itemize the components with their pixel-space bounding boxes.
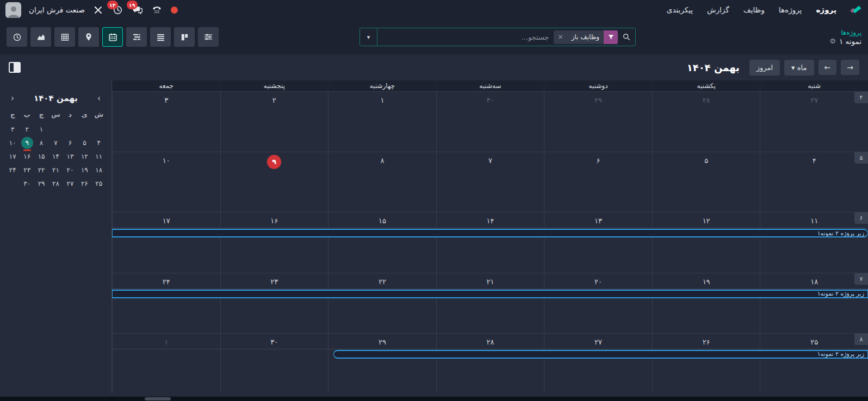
voip-phone-icon[interactable] [151, 4, 163, 15]
mini-next-chevron-icon[interactable]: › [95, 93, 103, 103]
kanban-view-button[interactable] [174, 27, 195, 47]
day-cell[interactable]: ۶ [544, 152, 652, 212]
day-cell[interactable]: ۲۵ [760, 334, 868, 393]
messages-icon[interactable]: ۱۹ [132, 4, 144, 15]
event-bar[interactable]: زیر پروژه ۲ نمونه۱ [112, 290, 868, 298]
day-cell[interactable]: ۳ [112, 92, 220, 152]
mini-day[interactable]: ۱۴ [48, 151, 63, 162]
day-cell[interactable]: ۳۰ [220, 334, 328, 393]
mini-day[interactable]: ۱۵ [34, 151, 48, 162]
facet-remove-icon[interactable]: × [554, 30, 567, 44]
view-settings-button[interactable] [198, 27, 219, 47]
day-cell[interactable]: ۳۰ [436, 92, 544, 152]
day-cell[interactable]: ۱ [112, 334, 220, 393]
sidebar-toggle-icon[interactable] [9, 62, 21, 73]
today-button[interactable]: امروز [749, 60, 780, 76]
day-cell[interactable]: ۲۶ [652, 334, 760, 393]
mini-day[interactable]: ۶ [63, 137, 77, 149]
mini-day[interactable]: ۲۳ [20, 164, 34, 176]
mini-day[interactable]: ۸ [34, 137, 48, 149]
nav-item-2[interactable]: وظایف [737, 3, 771, 16]
activity-view-button[interactable] [7, 27, 27, 47]
day-cell[interactable]: ۱۸ [760, 273, 868, 333]
mini-day[interactable]: ۱۰ [5, 137, 20, 149]
recording-indicator-icon[interactable] [171, 7, 178, 14]
mini-prev-chevron-icon[interactable]: ‹ [9, 93, 16, 103]
mini-day[interactable]: ۲۶ [77, 178, 91, 190]
mini-day[interactable]: ۷ [48, 137, 63, 149]
map-view-button[interactable] [78, 27, 99, 47]
day-cell[interactable]: ۲۱ [436, 273, 544, 333]
day-cell[interactable]: ۱۳ [544, 212, 652, 272]
mini-day[interactable]: ۱۲ [77, 151, 91, 162]
day-cell[interactable]: ۲۴ [112, 273, 220, 333]
day-cell[interactable]: ۲۸ [652, 92, 760, 152]
mini-day[interactable]: ۳۰ [20, 178, 34, 190]
mini-day[interactable]: ۱ [34, 123, 48, 135]
day-cell[interactable]: ۱۴ [436, 212, 544, 272]
event-bar[interactable]: زیر پروژه ۲ نمونه۱ [112, 229, 868, 237]
mini-day[interactable]: ۱۳ [63, 151, 77, 162]
day-cell[interactable]: ۵ [652, 152, 760, 212]
day-cell[interactable]: ۲۸ [436, 334, 544, 393]
mini-day[interactable]: ۲۴ [5, 164, 20, 176]
mini-day[interactable]: ۲ [20, 123, 34, 135]
mini-day[interactable]: ۲۵ [92, 178, 106, 190]
mini-day[interactable]: ۲۲ [34, 164, 48, 176]
nav-item-1[interactable]: پروژه‌ها [772, 3, 809, 16]
day-cell[interactable]: ۱ [328, 92, 436, 152]
prev-month-button[interactable]: ← [819, 60, 837, 75]
app-logo-icon[interactable] [848, 4, 863, 16]
gantt-view-button[interactable] [126, 27, 147, 47]
nav-item-0[interactable]: پروژه [809, 3, 843, 16]
day-cell[interactable]: ۴ [760, 152, 868, 212]
day-cell[interactable]: ۲ [220, 92, 328, 152]
day-cell[interactable]: ۱۰ [112, 152, 220, 212]
pivot-view-button[interactable] [54, 27, 75, 47]
day-cell[interactable]: ۲۷ [544, 334, 652, 393]
search-input[interactable] [382, 33, 549, 41]
nav-item-3[interactable]: گزارش [700, 3, 736, 16]
mini-day[interactable]: ۲۷ [63, 178, 77, 190]
nav-item-4[interactable]: پیکربندی [660, 3, 699, 16]
day-cell[interactable]: ۹ [220, 152, 328, 212]
day-cell[interactable]: ۸ [328, 152, 436, 212]
activities-clock-icon[interactable]: ۱۴ [112, 4, 124, 15]
day-cell[interactable]: ۱۷ [112, 212, 220, 272]
day-cell[interactable]: ۲۹ [544, 92, 652, 152]
mini-day[interactable]: ۵ [77, 137, 91, 149]
day-cell[interactable]: ۷ [436, 152, 544, 212]
mini-day[interactable]: ۲۸ [48, 178, 63, 190]
company-name[interactable]: صنعت فرش ایران [29, 5, 85, 14]
next-month-button[interactable]: → [841, 60, 859, 75]
day-cell[interactable]: ۱۵ [328, 212, 436, 272]
tools-icon[interactable] [92, 4, 104, 15]
mini-day[interactable]: ۱۷ [5, 151, 20, 162]
breadcrumb-parent-link[interactable]: پروژه‌ها [841, 29, 861, 36]
scale-selector-button[interactable]: ماه ▾ [784, 60, 814, 76]
mini-selected-day[interactable]: ۹ [20, 137, 34, 149]
user-avatar[interactable] [5, 2, 21, 18]
mini-day[interactable]: ۴ [92, 137, 106, 149]
mini-day[interactable]: ۲۹ [34, 178, 48, 190]
mini-day[interactable]: ۲۱ [48, 164, 63, 176]
mini-day[interactable]: ۱۱ [92, 151, 106, 162]
mini-day[interactable]: ۱۶ [20, 151, 34, 162]
list-view-button[interactable] [150, 27, 171, 47]
calendar-view-button[interactable] [102, 27, 123, 47]
mini-day[interactable]: ۳ [5, 123, 20, 135]
day-cell[interactable]: ۲۹ [328, 334, 436, 393]
day-cell[interactable]: ۲۰ [544, 273, 652, 333]
day-cell[interactable]: ۱۱ [760, 212, 868, 272]
day-cell[interactable]: ۲۷ [760, 92, 868, 152]
day-cell[interactable]: ۱۹ [652, 273, 760, 333]
day-cell[interactable]: ۲۲ [328, 273, 436, 333]
search-dropdown-toggle[interactable]: ▾ [360, 28, 377, 46]
mini-day[interactable]: ۱۹ [77, 164, 91, 176]
event-bar[interactable]: زیر پروژه ۲ نمونه۱ [333, 350, 868, 359]
day-cell[interactable]: ۱۶ [220, 212, 328, 272]
gear-icon[interactable]: ⚙ [829, 37, 836, 45]
day-cell[interactable]: ۱۲ [652, 212, 760, 272]
mini-day[interactable]: ۲۰ [63, 164, 77, 176]
horizontal-scrollbar[interactable] [0, 397, 868, 401]
